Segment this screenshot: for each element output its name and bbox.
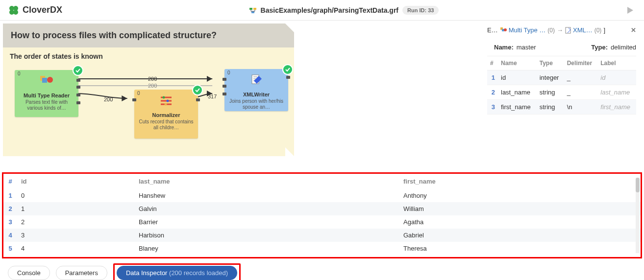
svg-rect-4: [249, 8, 252, 10]
svg-rect-6: [251, 11, 254, 13]
node-icon: [500, 27, 507, 34]
col-id[interactable]: id: [17, 174, 135, 189]
app-name: CloverDX: [23, 5, 62, 15]
highlight-box: Data Inspector (200 records loaded): [113, 263, 241, 280]
main-row: How to process files with complicated st…: [0, 21, 644, 172]
tab-label: Data Inspector: [126, 269, 168, 277]
svg-point-12: [165, 103, 167, 106]
source-count: (0): [547, 27, 555, 34]
bottom-tabs: Console Parameters Data Inspector (200 r…: [0, 258, 644, 280]
scrollbar[interactable]: [636, 178, 640, 253]
target-count: (0): [594, 27, 602, 34]
graph-file-icon: [249, 6, 257, 14]
file-icon: [565, 27, 571, 34]
source-node-link[interactable]: Multi Type …: [509, 26, 546, 34]
scrollbar-thumb[interactable]: [636, 178, 640, 192]
check-icon: [192, 85, 203, 95]
data-table[interactable]: # id last_name first_name 10HanshewAntho…: [3, 174, 641, 255]
field-row[interactable]: 2 last_name string _ last_name: [487, 85, 636, 100]
graph-canvas[interactable]: 200 200 200 317 0 Multi Type Reader Pars…: [10, 68, 287, 146]
node-title: XMLWriter: [228, 92, 284, 98]
node-index: 0: [137, 91, 140, 97]
metadata-tabs: E… Multi Type … (0) → XML… (0) ] ✕: [487, 26, 636, 39]
table-row[interactable]: 32BarrierAgatha: [3, 215, 641, 229]
header-center: BasicExamples/graph/ParsingTextData.grf …: [62, 6, 625, 15]
tab-data-inspector[interactable]: Data Inspector (200 records loaded): [117, 266, 237, 280]
run-id-badge[interactable]: Run ID: 33: [402, 6, 439, 15]
node-index: 0: [227, 70, 230, 76]
table-row[interactable]: 54BlaneyTheresa: [3, 242, 641, 255]
field-row[interactable]: 3 first_name string \n first_name: [487, 100, 636, 115]
type-value: delimited: [611, 44, 636, 51]
metadata-fields-table: # Name Type Delimiter Label 1 id integer…: [487, 56, 636, 115]
svg-point-9: [47, 77, 53, 83]
node-title: Normalizer: [138, 112, 194, 119]
play-icon[interactable]: [625, 6, 634, 15]
svg-point-16: [504, 28, 507, 31]
graph-area: How to process files with complicated st…: [0, 21, 294, 172]
clover-icon: [8, 4, 20, 16]
app-logo[interactable]: CloverDX: [8, 4, 62, 16]
svg-point-11: [167, 100, 169, 102]
node-writer[interactable]: 0 XMLWriter Joins person with her/his sp…: [224, 69, 288, 111]
table-row[interactable]: 10HanshewAnthony: [3, 189, 641, 202]
edge-label: E…: [487, 26, 498, 34]
file-path: BasicExamples/graph/ParsingTextData.grf: [261, 6, 398, 14]
field-row[interactable]: 1 id integer _ id: [487, 70, 636, 85]
close-icon[interactable]: ✕: [631, 26, 636, 34]
col-firstname[interactable]: first_name: [399, 174, 641, 189]
metadata-meta: Name: master Type: delimited: [487, 39, 636, 56]
bracket: ]: [603, 26, 605, 34]
tab-console[interactable]: Console: [8, 266, 50, 280]
col-delimiter: Delimiter: [564, 56, 598, 70]
col-label: Label: [597, 56, 636, 70]
node-index: 0: [18, 71, 21, 77]
note-body: The order of states is known 200 200 200…: [3, 47, 294, 156]
check-icon: [73, 65, 83, 76]
node-subtitle: Parses text file with various kinds of…: [19, 99, 74, 112]
node-reader[interactable]: 0 Multi Type Reader Parses text file wit…: [15, 70, 78, 117]
col-lastname[interactable]: last_name: [135, 174, 399, 189]
svg-point-3: [13, 10, 18, 15]
node-subtitle: Cuts record that contains all childre…: [138, 119, 194, 131]
writer-icon: [249, 74, 264, 87]
table-row[interactable]: 21GalvinWilliam: [3, 202, 641, 215]
edge-count: 317: [208, 93, 217, 99]
tab-suffix: (200 records loaded): [167, 269, 228, 277]
col-index: #: [487, 56, 498, 70]
node-normalizer[interactable]: 0 Normalizer Cuts record that contains a…: [134, 90, 198, 139]
metadata-panel: E… Multi Type … (0) → XML… (0) ] ✕ Name:…: [487, 21, 644, 172]
reader-icon: [39, 75, 54, 88]
check-icon: [282, 64, 293, 75]
svg-rect-5: [253, 8, 256, 10]
table-row[interactable]: 43HarbisonGabriel: [3, 229, 641, 242]
node-title: Multi Type Reader: [19, 93, 74, 99]
col-name: Name: [498, 56, 537, 70]
col-type: Type: [537, 56, 564, 70]
edge-count: 200: [104, 96, 113, 102]
name-label: Name:: [494, 44, 514, 51]
tab-parameters[interactable]: Parameters: [56, 266, 107, 280]
header: CloverDX BasicExamples/graph/ParsingText…: [0, 0, 644, 21]
svg-rect-8: [42, 78, 47, 83]
data-inspector-grid: # id last_name first_name 10HanshewAntho…: [2, 172, 642, 258]
arrow-icon: →: [557, 26, 563, 34]
target-node-link[interactable]: XML…: [573, 26, 593, 34]
node-subtitle: Joins person with her/his spouse an…: [228, 98, 284, 111]
edge-count: 200: [148, 76, 157, 82]
edge-count: 200: [148, 83, 157, 89]
note-title: How to process files with complicated st…: [3, 23, 294, 47]
normalizer-icon: [159, 94, 173, 107]
svg-point-10: [163, 96, 165, 99]
name-value: master: [517, 44, 536, 51]
col-index: #: [3, 174, 17, 189]
note-subtitle: The order of states is known: [10, 52, 287, 60]
type-label: Type:: [591, 44, 608, 51]
